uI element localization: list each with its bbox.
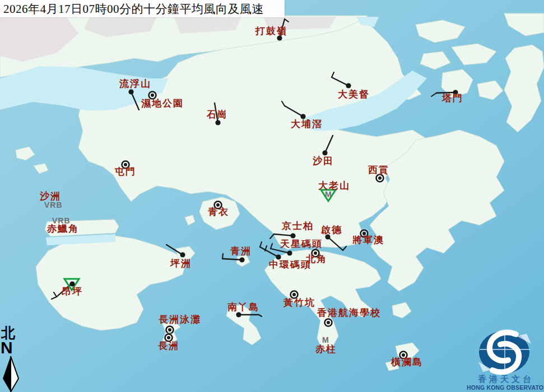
hko-logo-name-cn: 香港天文台 [478,374,534,385]
station-label: 大美督 [338,90,370,99]
station-dot [215,120,220,125]
station-label: 長洲 [158,341,179,351]
station-label: 赤柱 [315,344,337,354]
station-dot [322,150,327,155]
station-label: 大老山 [318,181,350,190]
station-label: 橫瀾島 [391,357,423,367]
station-label: 大埔滘 [291,119,323,129]
station-label: 京士柏 [282,221,314,231]
map-title: 2026年4月17日07時00分的十分鐘平均風向及風速 [0,1,264,17]
station-aux-label: VRB [44,201,63,209]
station-label: 青洲 [230,246,252,256]
hko-logo-name-en: HONG KONG OBSERVATORY [467,384,544,391]
calm-dot [327,321,330,324]
station-dot [239,257,244,262]
compass-north-letter: N [1,339,13,356]
calm-dot [378,176,382,180]
map-canvas [0,0,544,392]
station-label: 長洲泳灘 [159,315,201,324]
station-label: 將軍澳 [352,235,384,245]
station-label: 打鼓嶺 [255,26,287,36]
calm-dot [167,336,170,339]
station-dot [346,83,351,88]
wind-map: 打鼓嶺流浮山濕地公園石崗大埔滘大美督塔門沙田西貢屯門大老山M沙洲VRB青衣赤鱲角… [0,0,544,392]
station-label: 沙洲 [40,192,61,201]
station-label: 石崗 [207,110,228,119]
station-dot [128,89,133,94]
station-label: 沙田 [313,156,334,166]
title-bar: 2026年4月17日07時00分的十分鐘平均風向及風速 [0,0,285,17]
calm-dot [151,94,154,97]
station-aux-label: M [322,336,329,344]
station-label: 濕地公園 [141,99,184,108]
station-label: 西貢 [368,165,389,175]
station-label: 塔門 [442,94,463,103]
station-label: 赤鱲角 [47,224,79,234]
station-aux-label: VRB [52,217,71,225]
wind-barb-tick [222,254,223,259]
station-label: 坪洲 [170,259,192,268]
calm-dot [168,328,171,332]
station-label: 香港航海學校 [317,308,381,318]
calm-dot [292,293,296,296]
station-label: 青衣 [208,207,229,217]
station-dot [236,312,241,317]
station-marker-group [323,318,333,328]
station-label: 啟德 [321,225,342,235]
station-label: 中環碼頭 [269,260,311,269]
station-aux-label: M [325,190,332,198]
station-label: 昂坪 [62,287,83,296]
station-dot [290,233,295,238]
station-label: 黃竹坑 [283,298,315,307]
station-dot [287,250,292,255]
station-label: 南丫島 [227,302,259,312]
station-label: 天星碼頭 [280,239,323,249]
station-label: 屯門 [115,167,136,176]
station-label: 流浮山 [119,79,151,88]
station-dot [180,252,185,257]
